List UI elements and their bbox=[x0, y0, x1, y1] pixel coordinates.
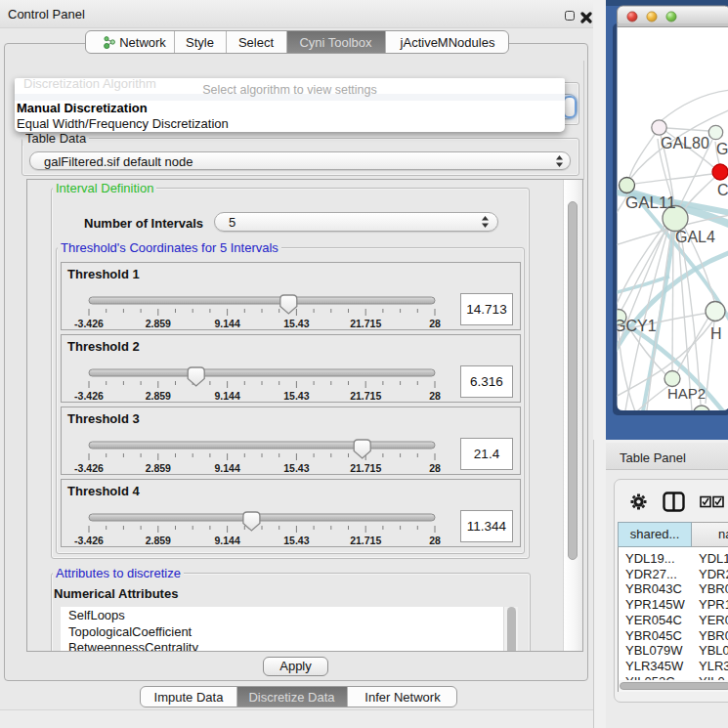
svg-text:H: H bbox=[710, 325, 722, 342]
svg-text:21.715: 21.715 bbox=[350, 318, 381, 329]
svg-text:C: C bbox=[717, 182, 728, 198]
svg-text:28: 28 bbox=[429, 318, 441, 329]
svg-text:GAL80: GAL80 bbox=[661, 135, 709, 151]
svg-text:-3.426: -3.426 bbox=[74, 390, 104, 402]
svg-text:2.859: 2.859 bbox=[146, 462, 171, 474]
svg-text:2.859: 2.859 bbox=[146, 535, 171, 546]
svg-text:21.715: 21.715 bbox=[350, 390, 381, 402]
svg-text:9.144: 9.144 bbox=[214, 390, 239, 402]
svg-text:-3.426: -3.426 bbox=[74, 462, 104, 474]
svg-text:9.144: 9.144 bbox=[214, 462, 239, 474]
svg-text:HAP2: HAP2 bbox=[667, 385, 706, 402]
svg-text:28: 28 bbox=[429, 462, 441, 474]
svg-text:-3.426: -3.426 bbox=[74, 318, 104, 329]
svg-text:28: 28 bbox=[429, 535, 441, 546]
svg-text:28: 28 bbox=[429, 390, 441, 402]
svg-text:15.43: 15.43 bbox=[283, 390, 309, 402]
svg-text:21.715: 21.715 bbox=[350, 535, 381, 546]
svg-text:9.144: 9.144 bbox=[214, 318, 239, 329]
svg-text:2.859: 2.859 bbox=[146, 390, 171, 402]
svg-text:15.43: 15.43 bbox=[283, 462, 309, 474]
svg-text:GAL4: GAL4 bbox=[675, 229, 715, 245]
svg-text:15.43: 15.43 bbox=[283, 318, 309, 329]
svg-text:21.715: 21.715 bbox=[350, 462, 381, 474]
svg-text:2.859: 2.859 bbox=[146, 318, 171, 329]
svg-text:GCY1: GCY1 bbox=[614, 318, 657, 334]
svg-text:GAL11: GAL11 bbox=[625, 193, 676, 212]
svg-text:9.144: 9.144 bbox=[214, 535, 239, 546]
svg-text:GA: GA bbox=[716, 141, 728, 157]
svg-text:-3.426: -3.426 bbox=[74, 535, 104, 546]
svg-text:15.43: 15.43 bbox=[283, 535, 309, 546]
